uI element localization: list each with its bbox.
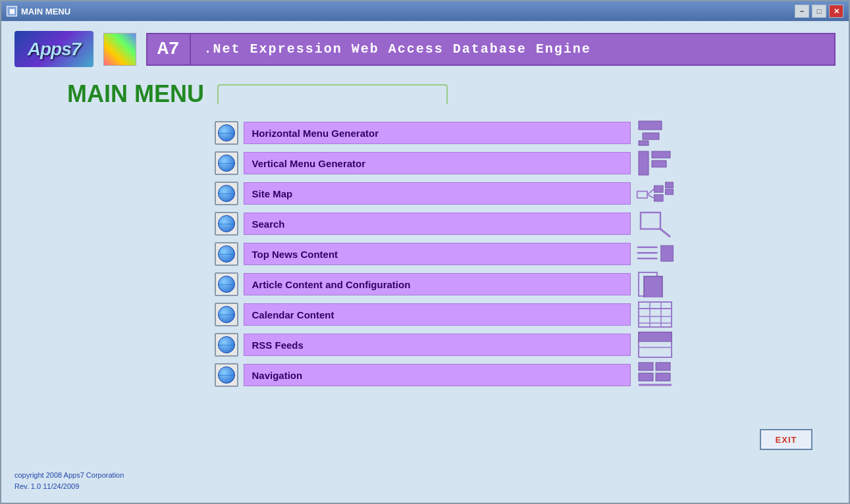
news-svg-icon	[636, 241, 676, 267]
header: Apps7 A7 .Net Expression Web Access Data…	[14, 28, 836, 70]
globe-button-vertical-menu-generator[interactable]	[215, 151, 238, 175]
menu-label-search[interactable]: Search	[244, 213, 631, 235]
svg-rect-1	[643, 133, 659, 139]
main-window: ▦ MAIN MENU − □ ✕ Apps7 A7 .Net Expressi…	[0, 0, 850, 504]
close-button[interactable]: ✕	[829, 5, 843, 18]
globe-button-site-map[interactable]	[215, 182, 238, 205]
svg-rect-2	[639, 141, 649, 145]
right-icon-vertical-menu-generator	[636, 151, 676, 175]
menu-item-navigation: Navigation	[215, 363, 676, 387]
menu-label-top-news-content[interactable]: Top News Content	[244, 243, 631, 265]
globe-icon	[218, 366, 235, 384]
right-icon-rss-feeds	[636, 333, 676, 357]
globe-button-calendar-content[interactable]	[215, 303, 238, 326]
title-bar: ▦ MAIN MENU − □ ✕	[1, 1, 849, 21]
exit-button[interactable]: EXIT	[760, 429, 812, 450]
menu-label-article-content[interactable]: Article Content and Configuration	[244, 273, 631, 295]
svg-rect-5	[652, 161, 666, 167]
menu-list: Horizontal Menu Generator Vertical Menu …	[215, 121, 676, 387]
globe-button-article-content[interactable]	[215, 272, 238, 296]
menu-item-top-news-content: Top News Content	[215, 242, 676, 266]
title-bar-controls: − □ ✕	[795, 5, 843, 18]
menu-label-navigation[interactable]: Navigation	[244, 364, 631, 386]
menu-label-calendar-content[interactable]: Calendar Content	[244, 303, 631, 326]
rss-svg-icon	[637, 331, 674, 359]
right-icon-top-news-content	[636, 242, 676, 266]
right-icon-navigation	[636, 363, 676, 387]
title-decoration-line	[217, 84, 448, 104]
globe-button-horizontal-menu-generator[interactable]	[215, 121, 238, 145]
menu-item-calendar-content: Calendar Content	[215, 303, 676, 326]
svg-rect-30	[639, 363, 653, 370]
globe-button-top-news-content[interactable]	[215, 242, 238, 266]
svg-rect-3	[639, 151, 649, 175]
menu-item-vertical-menu-generator: Vertical Menu Generator	[215, 151, 676, 175]
svg-rect-11	[665, 182, 673, 188]
window-icon: ▦	[7, 6, 17, 16]
globe-icon	[218, 276, 235, 293]
a7-badge: A7	[147, 34, 191, 64]
maximize-button[interactable]: □	[812, 5, 826, 18]
menu-label-horizontal-menu-generator[interactable]: Horizontal Menu Generator	[244, 122, 631, 144]
svg-rect-9	[654, 186, 663, 192]
header-subtitle: .Net Expression Web Access Database Engi…	[191, 34, 604, 64]
globe-icon	[218, 124, 235, 141]
calendar-svg-icon	[637, 301, 674, 328]
svg-rect-10	[654, 194, 663, 201]
globe-icon	[218, 185, 235, 202]
main-menu-title-row: MAIN MENU	[67, 80, 448, 108]
right-icon-site-map	[636, 182, 676, 205]
svg-rect-13	[641, 213, 660, 229]
right-icon-article-content	[636, 272, 676, 296]
search-svg-icon	[637, 209, 674, 239]
svg-rect-20	[644, 276, 662, 297]
article-svg-icon	[637, 271, 674, 297]
svg-rect-0	[639, 121, 662, 130]
menu-item-horizontal-menu-generator: Horizontal Menu Generator	[215, 121, 676, 145]
colorful-logo	[103, 33, 136, 66]
svg-rect-18	[660, 245, 673, 261]
logo-text: Apps7	[28, 39, 81, 60]
main-menu-title: MAIN MENU	[67, 80, 204, 108]
right-icon-horizontal-menu-generator	[636, 121, 676, 145]
svg-rect-33	[656, 373, 670, 381]
menu-item-article-content: Article Content and Configuration	[215, 272, 676, 296]
globe-button-search[interactable]	[215, 212, 238, 236]
svg-line-7	[647, 189, 654, 195]
globe-icon	[218, 155, 235, 172]
globe-icon	[218, 336, 235, 353]
menu-item-search: Search	[215, 212, 676, 236]
globe-icon	[218, 306, 235, 323]
horizontal-menu-svg-icon	[637, 120, 674, 146]
right-icon-search	[636, 212, 676, 236]
footer: copyright 2008 Apps7 Corporation Rev. 1.…	[14, 466, 836, 496]
navigation-svg-icon	[637, 361, 674, 389]
globe-icon	[218, 245, 235, 263]
globe-button-rss-feeds[interactable]	[215, 333, 238, 357]
vertical-menu-svg-icon	[637, 150, 674, 176]
apps7-logo: Apps7	[14, 31, 93, 67]
version-text: Rev. 1.0 11/24/2009	[14, 481, 836, 493]
svg-rect-32	[639, 373, 653, 381]
copyright-text: copyright 2008 Apps7 Corporation	[14, 470, 836, 482]
minimize-button[interactable]: −	[795, 5, 809, 18]
menu-label-rss-feeds[interactable]: RSS Feeds	[244, 334, 631, 356]
header-title-box: A7 .Net Expression Web Access Database E…	[146, 33, 836, 66]
globe-button-navigation[interactable]	[215, 363, 238, 387]
menu-label-vertical-menu-generator[interactable]: Vertical Menu Generator	[244, 152, 631, 174]
menu-item-site-map: Site Map	[215, 182, 676, 205]
menu-item-rss-feeds: RSS Feeds	[215, 333, 676, 357]
right-icon-calendar-content	[636, 303, 676, 326]
svg-line-8	[647, 194, 654, 197]
svg-rect-6	[637, 191, 647, 197]
globe-icon	[218, 215, 235, 232]
title-bar-left: ▦ MAIN MENU	[7, 6, 70, 16]
svg-rect-12	[665, 189, 673, 195]
menu-label-site-map[interactable]: Site Map	[244, 182, 631, 205]
window-body: Apps7 A7 .Net Expression Web Access Data…	[1, 21, 849, 503]
window-title: MAIN MENU	[21, 7, 70, 16]
site-map-svg-icon	[636, 179, 676, 209]
svg-rect-28	[639, 332, 672, 341]
svg-rect-4	[652, 151, 670, 158]
svg-line-14	[660, 229, 670, 237]
